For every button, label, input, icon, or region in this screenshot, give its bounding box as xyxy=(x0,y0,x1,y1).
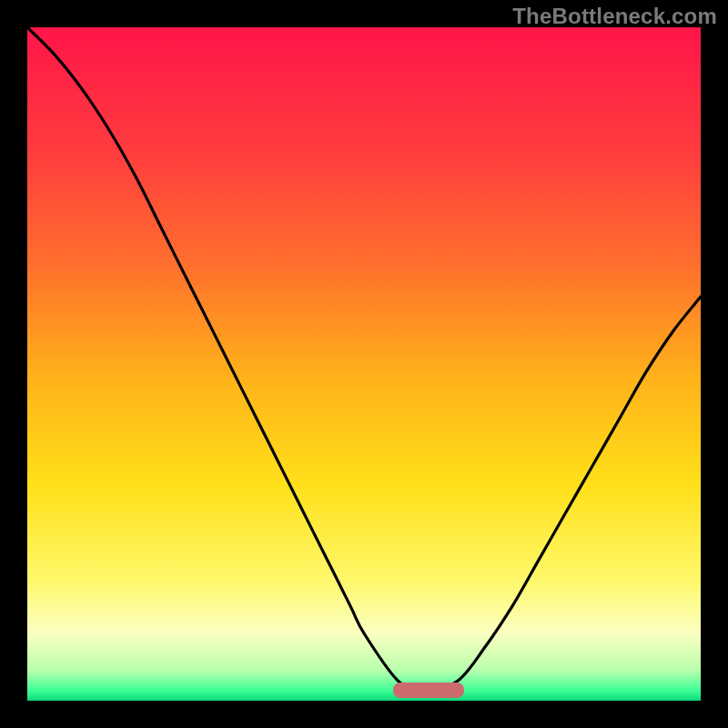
optimum-marker xyxy=(393,682,464,698)
watermark-text: TheBottleneck.com xyxy=(512,4,717,29)
curve-path xyxy=(27,27,701,695)
chart-frame: TheBottleneck.com xyxy=(0,0,728,728)
plot-area xyxy=(27,27,701,701)
bottleneck-curve xyxy=(27,27,701,701)
